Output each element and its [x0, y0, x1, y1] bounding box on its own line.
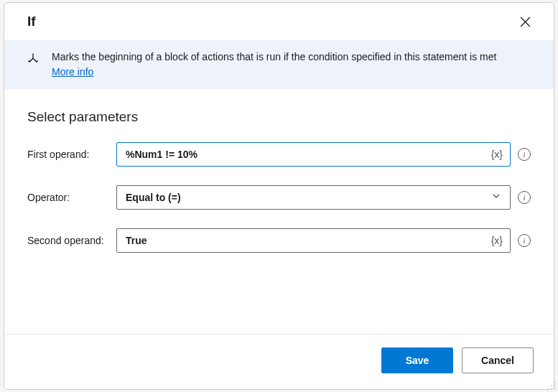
svg-point-6 [551, 388, 552, 390]
close-icon [520, 17, 531, 27]
svg-point-7 [554, 388, 556, 390]
second-operand-info-icon[interactable]: i [518, 234, 531, 247]
operator-label: Operator: [27, 192, 116, 203]
second-operand-value: True [126, 235, 490, 246]
first-operand-control: %Num1 != 10% {x} i [116, 142, 531, 167]
operator-row: Operator: Equal to (=) i [27, 185, 531, 210]
parameters-section: Select parameters First operand: %Num1 !… [4, 89, 554, 334]
dialog-header: If [4, 3, 554, 40]
variable-picker-icon[interactable]: {x} [490, 149, 504, 160]
second-operand-control: True {x} i [116, 228, 531, 253]
second-operand-row: Second operand: True {x} i [27, 228, 531, 253]
cancel-button[interactable]: Cancel [462, 347, 534, 373]
close-button[interactable] [513, 10, 536, 33]
dialog-title: If [27, 14, 36, 29]
operator-control: Equal to (=) i [116, 185, 531, 210]
banner-text: Marks the beginning of a block of action… [52, 50, 496, 79]
first-operand-info-icon[interactable]: i [518, 148, 531, 161]
more-info-link[interactable]: More info [52, 65, 93, 79]
svg-point-5 [547, 388, 549, 390]
if-dialog: If Marks the beginning of a block of act… [4, 2, 554, 390]
save-button[interactable]: Save [381, 347, 453, 373]
condition-branch-icon [26, 52, 40, 69]
operator-select[interactable]: Equal to (=) [116, 185, 511, 210]
info-banner: Marks the beginning of a block of action… [4, 40, 554, 89]
operator-value: Equal to (=) [126, 192, 488, 203]
svg-point-2 [554, 381, 556, 383]
section-heading: Select parameters [27, 109, 531, 125]
first-operand-row: First operand: %Num1 != 10% {x} i [27, 142, 531, 167]
svg-point-3 [551, 385, 552, 386]
first-operand-label: First operand: [27, 149, 116, 160]
resize-grip-icon[interactable] [547, 381, 557, 391]
second-operand-label: Second operand: [27, 235, 116, 246]
first-operand-value: %Num1 != 10% [126, 149, 490, 160]
variable-picker-icon[interactable]: {x} [490, 235, 504, 246]
svg-point-4 [554, 385, 556, 386]
operator-info-icon[interactable]: i [518, 191, 531, 204]
dialog-footer: Save Cancel [4, 334, 554, 389]
chevron-down-icon [488, 191, 504, 204]
second-operand-input[interactable]: True {x} [116, 228, 511, 253]
banner-description: Marks the beginning of a block of action… [52, 51, 496, 62]
first-operand-input[interactable]: %Num1 != 10% {x} [116, 142, 511, 167]
